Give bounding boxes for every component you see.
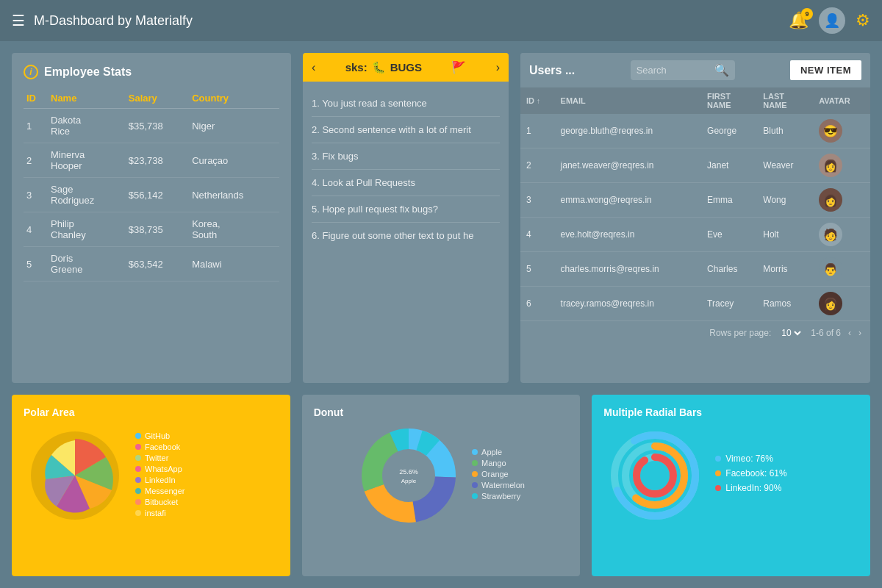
bugs-flag[interactable]: 🚩: [451, 60, 466, 74]
cell-last-name: Weaver: [757, 148, 813, 183]
legend-label: Bitbucket: [145, 498, 178, 506]
search-box[interactable]: 🔍: [631, 60, 735, 80]
user-table-row: 6 tracey.ramos@reqres.in Tracey Ramos 👩: [520, 287, 870, 321]
menu-icon[interactable]: ☰: [12, 12, 25, 29]
radial-info: Vimeo: 76%Facebook: 61%LinkedIn: 90%: [715, 453, 786, 498]
prev-page-icon[interactable]: ‹: [848, 328, 851, 338]
svg-point-14: [637, 457, 673, 494]
cell-name: PhilipChanley: [48, 212, 126, 247]
col-avatar: AVATAR: [813, 87, 870, 114]
employee-stats-title: Employee Stats: [44, 65, 132, 79]
user-avatar-img: 👩: [819, 292, 842, 315]
header: ☰ M-Dashboard by Materialfy 🔔 9 👤 ⚙: [0, 0, 882, 41]
cell-country: Malawi: [189, 247, 279, 282]
polar-chart: [24, 424, 126, 527]
bugs-card: ‹ sks: 🐛 BUGS 🚩 › 1. You just read a sen…: [303, 53, 509, 383]
notification-bell[interactable]: 🔔 9: [789, 11, 808, 30]
main-content: i Employee Stats ID Name Salary Country …: [0, 41, 882, 588]
cell-last-name: Ramos: [757, 287, 813, 321]
legend-dot: [135, 433, 141, 439]
user-avatar-img: 👩: [819, 188, 842, 212]
user-table-row: 2 janet.weaver@reqres.in Janet Weaver 👩: [520, 148, 870, 183]
donut-card: Donut 25.6% Apple AppleMangoOrangeWaterm…: [302, 395, 581, 577]
cell-name: SageRodriguez: [48, 178, 126, 212]
legend-dot: [472, 471, 478, 477]
radial-dot: [715, 485, 721, 491]
cell-id: 4: [24, 212, 48, 247]
legend-label: Messenger: [145, 487, 184, 495]
legend-label: instafi: [145, 509, 166, 517]
cell-name: MinervaHooper: [48, 143, 126, 178]
bugs-list-item: 3. Fix bugs: [312, 143, 500, 170]
bugs-label: BUGS: [390, 61, 422, 74]
cell-country: Curaçao: [189, 143, 279, 178]
cell-salary: $23,738: [126, 143, 189, 178]
user-table-row: 1 george.bluth@reqres.in George Bluth 😎: [520, 114, 870, 148]
cell-country: Netherlands: [189, 178, 279, 212]
legend-dot: [135, 499, 141, 505]
header-left: ☰ M-Dashboard by Materialfy: [12, 12, 193, 29]
radial-label: LinkedIn: 90%: [725, 483, 781, 493]
legend-label: LinkedIn: [145, 476, 176, 484]
radial-info-item: Vimeo: 76%: [715, 453, 786, 464]
cell-salary: $56,142: [126, 178, 189, 212]
users-card: Users ... 🔍 NEW ITEM ID ↑ EMAIL FIRSTNAM…: [520, 53, 870, 383]
cell-first-name: George: [701, 114, 757, 148]
radial-info-item: LinkedIn: 90%: [715, 483, 786, 493]
cell-salary: $38,735: [126, 212, 189, 247]
bugs-header: ‹ sks: 🐛 BUGS 🚩 ›: [303, 53, 509, 82]
cell-id: 1: [24, 109, 48, 143]
polar-legend-item: Facebook: [135, 442, 184, 451]
cell-name: DorisGreene: [48, 247, 126, 282]
radial-dot: [715, 470, 721, 476]
legend-label: Orange: [481, 470, 509, 478]
donut-legend-item: Mango: [472, 459, 525, 467]
donut-content: 25.6% Apple AppleMangoOrangeWatermelonSt…: [314, 424, 569, 527]
legend-dot: [472, 460, 478, 466]
user-table-row: 5 charles.morris@reqres.in Charles Morri…: [520, 252, 870, 287]
bugs-next[interactable]: ›: [496, 61, 500, 74]
cell-id: 5: [24, 247, 48, 282]
bugs-tab-label: sks:: [345, 61, 368, 74]
col-salary: Salary: [126, 88, 189, 109]
col-last-name: LASTNAME: [757, 87, 813, 114]
next-page-icon[interactable]: ›: [858, 328, 861, 338]
cell-avatar: 👨: [813, 252, 870, 287]
users-header-row: ID ↑ EMAIL FIRSTNAME LASTNAME AVATAR: [520, 87, 870, 114]
sort-icon[interactable]: ↑: [537, 97, 540, 105]
svg-text:25.6%: 25.6%: [399, 468, 418, 476]
cell-first-name: Eve: [701, 218, 757, 252]
donut-legend: AppleMangoOrangeWatermelonStrawberry: [472, 448, 525, 503]
notification-badge: 9: [801, 8, 813, 20]
polar-content: GitHubFacebookTwitterWhatsAppLinkedInMes…: [24, 424, 279, 527]
search-input[interactable]: [637, 65, 710, 76]
donut-chart: 25.6% Apple: [357, 424, 460, 527]
bugs-prev[interactable]: ‹: [312, 61, 315, 74]
cell-country: Korea,South: [189, 212, 279, 247]
legend-label: Mango: [481, 459, 506, 467]
bugs-list-item: 5. Hope pull request fix bugs?: [312, 196, 500, 223]
cell-email: tracey.ramos@reqres.in: [555, 287, 702, 321]
radial-info-item: Facebook: 61%: [715, 468, 786, 478]
user-avatar-img: 🧑: [819, 223, 842, 246]
cell-last-name: Holt: [757, 218, 813, 252]
col-name: Name: [48, 88, 126, 109]
bottom-charts-row: Polar Area: [12, 395, 870, 577]
polar-legend: GitHubFacebookTwitterWhatsAppLinkedInMes…: [135, 431, 184, 520]
info-icon: i: [24, 65, 38, 79]
svg-text:Apple: Apple: [401, 478, 417, 484]
legend-dot: [135, 444, 141, 450]
polar-area-card: Polar Area: [12, 395, 290, 577]
cell-first-name: Charles: [701, 252, 757, 287]
cell-avatar: 👩: [813, 148, 870, 183]
bugs-title: sks: 🐛 BUGS: [345, 61, 422, 74]
user-avatar[interactable]: 👤: [819, 7, 845, 34]
legend-label: Twitter: [145, 453, 168, 462]
table-row: 3 SageRodriguez $56,142 Netherlands: [24, 178, 279, 212]
new-item-button[interactable]: NEW ITEM: [790, 60, 861, 80]
settings-icon[interactable]: ⚙: [856, 11, 870, 30]
cell-id: 3: [24, 178, 48, 212]
app-title: M-Dashboard by Materialfy: [34, 13, 193, 29]
cell-email: emma.wong@reqres.in: [555, 183, 702, 218]
rows-per-page-select[interactable]: 10 25 50: [778, 327, 803, 339]
